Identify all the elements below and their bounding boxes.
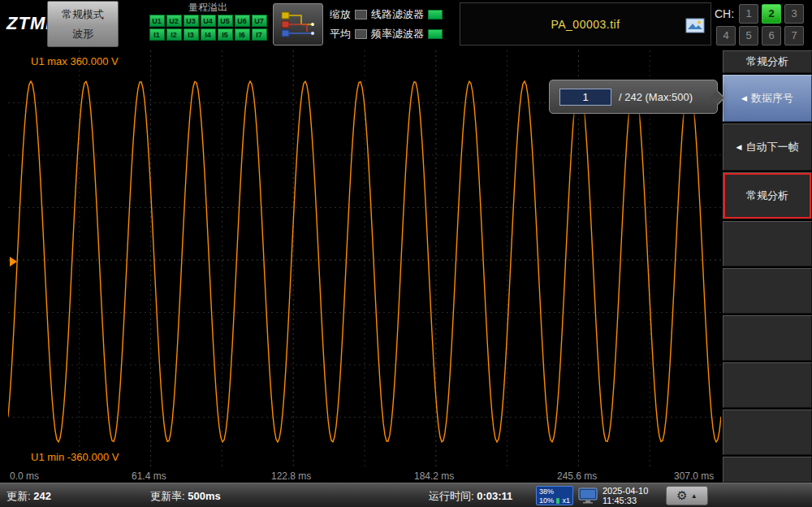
u4-indicator: U4 [201, 15, 216, 27]
storage-indicator: 38% 10% x1 [536, 486, 573, 505]
channel-button-4[interactable]: 4 [716, 26, 736, 46]
update-count: 更新: 242 [6, 489, 51, 504]
u3-indicator: U3 [184, 15, 199, 27]
line-filter-checkbox[interactable] [355, 10, 367, 20]
i1-indicator: I1 [149, 28, 165, 41]
frame-number-input[interactable] [559, 89, 611, 106]
file-display[interactable]: PA_00003.tif [460, 2, 711, 46]
time-text: 11:45:33 [603, 496, 648, 505]
line-filter-label: 线路滤波器 [371, 7, 424, 22]
sidebar-empty-slot [723, 410, 812, 455]
i3-indicator: I3 [184, 28, 199, 41]
i-channel-indicators: I1 I2 I3 I4 I5 I6 I7 [148, 28, 268, 41]
left-arrow-icon: ◀ [741, 94, 747, 102]
freq-filter-label: 频率滤波器 [371, 27, 424, 41]
runtime: 运行时间: 0:03:11 [429, 489, 512, 504]
time-axis: 0.0 ms 61.4 ms 122.8 ms 184.2 ms 245.6 m… [8, 470, 721, 483]
rate-value: 500ms [188, 490, 220, 502]
avg-label: 平均 [330, 27, 351, 41]
system-tray: 38% 10% x1 2025-04-10 11:45:33 [536, 485, 648, 506]
mode-line1: 常规模式 [62, 7, 104, 22]
channel-selector-label: CH: [715, 7, 734, 20]
sidebar-empty-slot [723, 315, 812, 361]
tick-0: 0.0 ms [10, 470, 39, 482]
runtime-value: 0:03:11 [477, 490, 512, 502]
i5-indicator: I5 [218, 28, 233, 41]
update-label: 更新: [6, 490, 31, 502]
freq-filter-checkbox[interactable] [355, 29, 367, 39]
display-icon [578, 488, 598, 504]
tick-5: 307.0 ms [674, 470, 714, 482]
sidebar-item-label: 数据序号 [751, 91, 793, 106]
sidebar-item-data-index[interactable]: ◀ 数据序号 [723, 75, 812, 122]
line-filter-lamp [428, 10, 443, 20]
channel-button-6[interactable]: 6 [762, 26, 781, 46]
sidebar: 常规分析 ◀ 数据序号 ◀ 自动下一帧 常规分析 [723, 50, 812, 483]
range-overflow-panel: 量程溢出 U1 U2 U3 U4 U5 U6 U7 I1 I2 I3 I4 I5… [148, 2, 268, 47]
avg-filter-row: 平均 频率滤波器 [330, 24, 443, 44]
gear-icon: ⚙ [676, 488, 687, 503]
channel-button-7[interactable]: 7 [784, 26, 804, 46]
sidebar-item-label: 常规分析 [746, 188, 788, 203]
u7-indicator: U7 [252, 15, 267, 27]
i4-indicator: I4 [201, 28, 216, 41]
filter-panel: 缩放 线路滤波器 平均 频率滤波器 [330, 5, 443, 44]
wiring-diagram-icon [280, 9, 316, 40]
tick-4: 245.6 ms [557, 470, 597, 482]
channel-button-1[interactable]: 1 [739, 4, 758, 24]
frame-number-tooltip: / 242 (Max:500) [549, 80, 718, 114]
u2-indicator: U2 [166, 15, 182, 27]
sidebar-item-normal-analysis[interactable]: 常规分析 [723, 172, 812, 219]
u-channel-indicators: U1 U2 U3 U4 U5 U6 U7 [148, 15, 268, 27]
u6-indicator: U6 [235, 15, 250, 27]
settings-button[interactable]: ⚙ ▲ [666, 486, 708, 505]
channel-button-5[interactable]: 5 [739, 26, 758, 46]
update-value: 242 [33, 490, 51, 502]
sidebar-empty-slot [723, 457, 812, 483]
sidebar-empty-slot [723, 362, 812, 408]
storage-percent: 38% [539, 488, 570, 496]
update-rate: 更新率: 500ms [150, 489, 221, 504]
channel-selector: CH: 1 2 3 4 5 6 7 [715, 2, 809, 46]
file-name: PA_00003.tif [551, 18, 620, 31]
tick-3: 184.2 ms [414, 470, 454, 482]
caret-up-icon: ▲ [691, 492, 698, 500]
sidebar-title: 常规分析 [723, 50, 812, 73]
datetime: 2025-04-10 11:45:33 [603, 486, 648, 505]
i7-indicator: I7 [252, 28, 267, 41]
image-file-icon[interactable] [685, 18, 705, 33]
sidebar-item-label: 自动下一帧 [745, 140, 798, 154]
tick-1: 61.4 ms [132, 470, 166, 482]
status-bar: 更新: 242 更新率: 500ms 运行时间: 0:03:11 38% 10%… [0, 483, 812, 507]
tick-2: 122.8 ms [271, 470, 311, 482]
multiplier-badge: x1 [562, 496, 570, 505]
channel-button-3[interactable]: 3 [784, 4, 804, 24]
min-value-label: U1 min -360.000 V [31, 451, 119, 463]
wiring-diagram-button[interactable] [273, 3, 323, 46]
sidebar-empty-slot [723, 268, 812, 314]
mode-button[interactable]: 常规模式 波形 [47, 1, 119, 47]
zoom-filter-row: 缩放 线路滤波器 [330, 5, 443, 24]
runtime-label: 运行时间: [429, 490, 474, 502]
brand-logo: ZTMI [6, 13, 51, 34]
i2-indicator: I2 [166, 28, 182, 41]
freq-filter-lamp [428, 29, 443, 39]
sidebar-item-auto-next-frame[interactable]: ◀ 自动下一帧 [723, 124, 812, 171]
u5-indicator: U5 [218, 15, 233, 27]
rate-label: 更新率: [150, 490, 185, 502]
max-value-label: U1 max 360.000 V [31, 55, 119, 67]
frame-number-range: / 242 (Max:500) [619, 91, 693, 103]
usb-icon [556, 498, 559, 504]
left-arrow-icon: ◀ [736, 143, 742, 151]
top-bar: ZTMI 常规模式 波形 量程溢出 U1 U2 U3 U4 U5 U6 U7 I… [0, 0, 812, 49]
zoom-label: 缩放 [330, 7, 351, 22]
date-text: 2025-04-10 [603, 486, 648, 496]
sidebar-empty-slot [723, 221, 812, 266]
u1-indicator: U1 [149, 15, 165, 27]
channel-button-2[interactable]: 2 [762, 4, 781, 24]
i6-indicator: I6 [235, 28, 250, 41]
memory-percent: 10% [539, 496, 554, 505]
range-overflow-title: 量程溢出 [148, 2, 268, 13]
mode-line2: 波形 [72, 27, 93, 41]
power-analyzer-screen: ZTMI 常规模式 波形 量程溢出 U1 U2 U3 U4 U5 U6 U7 I… [0, 0, 812, 507]
